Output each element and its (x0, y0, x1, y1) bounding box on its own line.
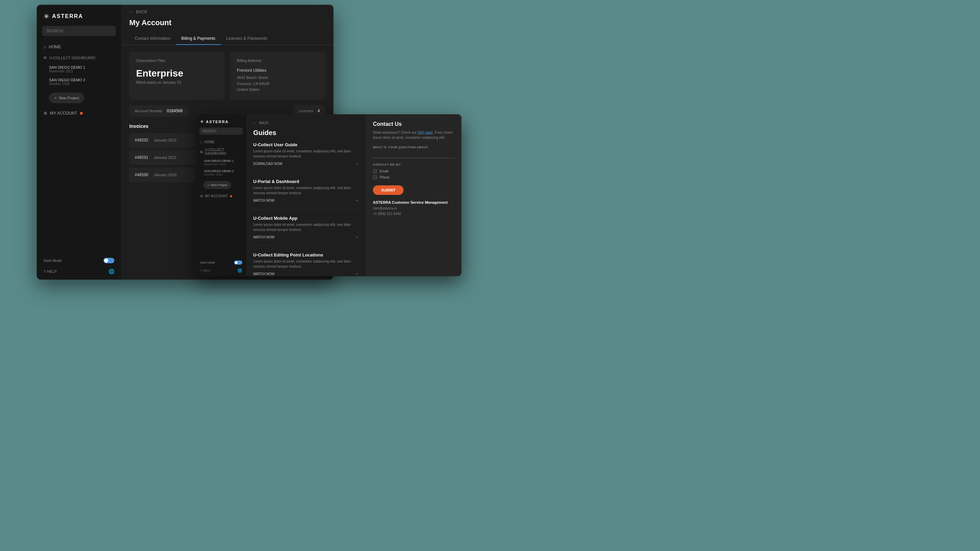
sidebar-ucollect-label: U-COLLECT DASHBOARD (49, 56, 95, 60)
tab-billing[interactable]: Billing & Payments (176, 33, 221, 45)
main-sidebar: ✳ ASTERRA ⌂ HOME ⊞ U-COLLECT DASHBOARD S… (37, 5, 121, 279)
billed-text: Billed yearly on January 15 (136, 80, 218, 84)
licenses-label: Licenses (299, 109, 313, 113)
project-1-name: SAN DIEGO DEMO 1 (49, 65, 115, 69)
guide-3-arrow-icon: → (354, 234, 359, 240)
project-1-date: November 2021 (49, 69, 115, 73)
subscription-card: Subscription Plan Enterprise Billed year… (129, 52, 224, 100)
sidebar-item-ucollect[interactable]: ⊞ U-COLLECT DASHBOARD (37, 52, 121, 63)
help-back-nav[interactable]: ← BACK (253, 121, 359, 125)
guide-1-action[interactable]: DOWNLOAD NOW (253, 162, 282, 166)
guide-4-desc: Lorem ipsum dolor sit amet, consetetur s… (253, 259, 359, 269)
help-sidebar-ucollect[interactable]: ⊞ U-COLLECT DASHBOARD (196, 146, 247, 157)
help-back-arrow-icon: ← (253, 121, 256, 125)
help-sidebar-my-account[interactable]: ⚙ MY ACCOUNT (196, 192, 247, 200)
submit-button[interactable]: SUBMIT (373, 185, 404, 195)
back-arrow-icon: ← (129, 10, 134, 14)
guide-2-action-row: WATCH NOW → (253, 198, 359, 203)
back-nav[interactable]: ← BACK (121, 5, 334, 14)
guide-4-arrow-icon: → (354, 271, 359, 276)
tabs: Contact Information Billing & Payments L… (121, 33, 334, 45)
phone-option: Phone (380, 176, 390, 179)
help-globe-icon[interactable]: 🌐 (237, 268, 242, 273)
help-project-2-date: October 2020 (204, 173, 242, 176)
guide-item-2: U-Portal & Dashboard Lorem ipsum dolor s… (253, 179, 359, 210)
help-label: HELP (47, 269, 57, 273)
licenses-value: 4 (318, 108, 320, 113)
tab-contact[interactable]: Contact Information (129, 33, 176, 45)
help-project-1[interactable]: SAN DIEGO DEMO 1 November 2021 (196, 157, 247, 168)
help-link[interactable]: ? HELP (43, 269, 57, 273)
phone-checkbox-row: Phone (373, 175, 455, 179)
guide-4-action[interactable]: WATCH NOW (253, 272, 275, 276)
help-dark-mode-row: Dark Mode (196, 259, 247, 267)
help-sidebar-home[interactable]: ⌂ HOME (196, 138, 247, 146)
guide-4-name: U-Collect Editing Point Locations (253, 252, 359, 257)
billing-city: Fremont, CA 94539 (237, 81, 318, 87)
help-toggle-knob (235, 261, 237, 264)
dark-mode-toggle[interactable] (103, 258, 115, 263)
sidebar-project-1[interactable]: SAN DIEGO DEMO 1 November 2021 (37, 63, 121, 76)
logo-text: ASTERRA (52, 13, 83, 19)
sidebar-project-2[interactable]: SAN DIEGO DEMO 2 October 2020 (37, 76, 121, 88)
help-project-2[interactable]: SAN DIEGO DEMO 2 October 2020 (196, 168, 247, 178)
tab-licenses[interactable]: Licenses & Passwords (221, 33, 273, 45)
help-help-link[interactable]: ? HELP (200, 269, 211, 272)
help-help-icon: ? (200, 269, 202, 272)
invoice-2-date: January 2021 (154, 156, 177, 159)
guide-4-action-row: WATCH NOW → (253, 271, 359, 276)
help-logo-asterisk: ✳ (200, 119, 204, 124)
help-dark-mode-toggle[interactable] (234, 260, 242, 265)
guide-3-action-row: WATCH NOW → (253, 234, 359, 240)
help-sidebar-nav: ⌂ HOME ⊞ U-COLLECT DASHBOARD SAN DIEGO D… (196, 138, 247, 200)
phone-checkbox[interactable] (373, 175, 377, 179)
guide-item-1: U-Collect User Guide Lorem ipsum dolor s… (253, 142, 359, 173)
guide-2-name: U-Portal & Dashboard (253, 179, 359, 184)
guide-3-name: U-Collect Mobile App (253, 216, 359, 221)
guide-2-arrow-icon: → (354, 198, 359, 203)
page-title: My Account (121, 14, 334, 27)
search-input[interactable] (42, 26, 116, 36)
billing-company: Fremont Utilities (237, 68, 318, 73)
gear-icon: ⚙ (43, 111, 47, 116)
guide-2-action[interactable]: WATCH NOW (253, 198, 275, 202)
sidebar-item-home[interactable]: ⌂ HOME (37, 41, 121, 52)
help-logo-text: ASTERRA (206, 120, 229, 124)
sidebar-footer: ? HELP 🌐 (37, 266, 121, 279)
help-my-account-label: MY ACCOUNT (205, 194, 228, 198)
help-search-input[interactable] (199, 127, 243, 135)
new-project-button[interactable]: + New Project (49, 93, 84, 103)
notification-dot (80, 112, 83, 114)
dark-mode-row: Dark Mode (37, 255, 121, 266)
email-checkbox[interactable] (373, 169, 377, 173)
guide-1-desc: Lorem ipsum dolor sit amet, consetetur s… (253, 149, 359, 159)
question-input[interactable] (373, 151, 455, 158)
help-help-label: HELP (203, 269, 211, 272)
sidebar-item-my-account[interactable]: ⚙ MY ACCOUNT (37, 108, 121, 119)
back-label: BACK (136, 10, 147, 14)
project-2-name: SAN DIEGO DEMO 2 (49, 78, 115, 82)
cards-row: Subscription Plan Enterprise Billed year… (129, 52, 325, 100)
billing-address-card: Billing Address Fremont Utilities 4642 B… (230, 52, 325, 100)
help-grid-icon: ⊞ (200, 150, 203, 154)
help-notification-dot (230, 195, 232, 197)
plus-icon: + (54, 95, 57, 101)
globe-icon[interactable]: 🌐 (108, 269, 115, 274)
guide-1-action-row: DOWNLOAD NOW → (253, 161, 359, 166)
contact-us-title: Contact Us (373, 121, 455, 127)
dark-mode-label: Dark Mode (43, 259, 62, 263)
invoice-1-left: #48592 January 2022 (135, 138, 177, 143)
toggle-knob (104, 259, 108, 263)
help-new-project-button[interactable]: + New Project (204, 181, 231, 189)
guide-3-action[interactable]: WATCH NOW (253, 235, 275, 239)
help-gear-icon: ⚙ (200, 194, 203, 198)
faq-link[interactable]: FAQ page (417, 130, 433, 134)
help-logo: ✳ ASTERRA (196, 114, 247, 127)
home-icon: ⌂ (43, 44, 46, 49)
invoice-2-num: #48591 (135, 155, 148, 160)
account-number-value: 0184568 (167, 108, 183, 113)
account-number-label: Account Number (135, 109, 163, 113)
contact-phone: +1 (858) 521-9442 (373, 211, 455, 217)
sidebar-nav: ⌂ HOME ⊞ U-COLLECT DASHBOARD SAN DIEGO D… (37, 41, 121, 255)
help-plus-icon: + (207, 183, 209, 187)
